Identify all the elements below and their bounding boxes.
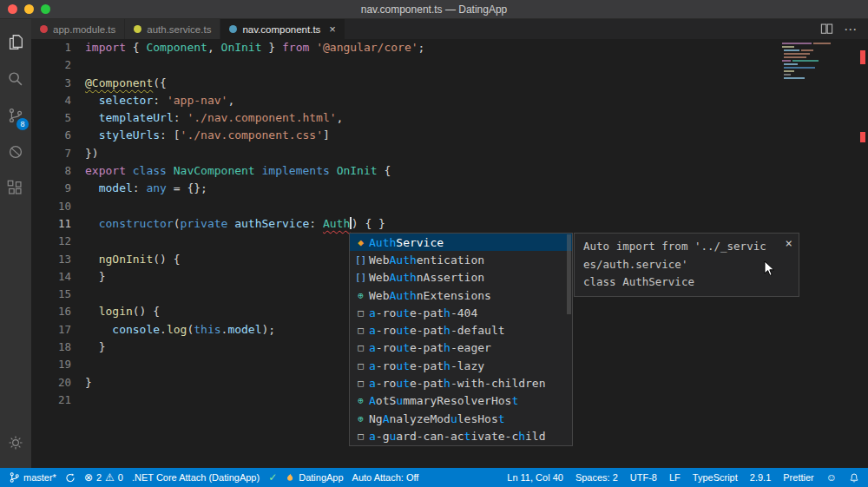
code-text: ngOnInit() {	[85, 251, 181, 268]
tab-app.module.ts[interactable]: app.module.ts	[31, 19, 125, 39]
formatter-label: Prettier	[783, 472, 813, 483]
symbol-interface-icon: ⊕	[352, 395, 369, 406]
cursor-position[interactable]: Ln 11, Col 40	[507, 472, 563, 483]
auto-attach-toggle[interactable]: Auto Attach: Off	[352, 472, 419, 483]
task-label: DatingApp	[299, 472, 343, 483]
code-line[interactable]: 2	[31, 56, 868, 74]
line-number: 19	[31, 356, 71, 373]
problems-indicator[interactable]: ⊗ 2 ⚠ 0	[84, 472, 123, 483]
line-number: 11	[31, 215, 71, 233]
debug-target[interactable]: .NET Core Attach (DatingApp)	[132, 472, 260, 483]
git-branch-icon	[9, 471, 20, 484]
language-label: TypeScript	[693, 472, 738, 483]
suggest-item[interactable]: □a-guard-can-activate-child	[350, 427, 572, 444]
error-icon: ⊗	[84, 472, 93, 483]
minimize-window-button[interactable]	[24, 4, 34, 14]
code-line[interactable]: 7})	[31, 145, 868, 162]
code-line[interactable]: 4 selector: 'app-nav',	[31, 92, 868, 109]
notifications-bell-icon[interactable]	[849, 472, 859, 484]
code-line[interactable]: 6 styleUrls: ['./nav.component.css']	[31, 127, 868, 144]
tab-nav.component.ts[interactable]: nav.component.ts×	[220, 19, 345, 39]
suggest-item[interactable]: ⊕NgAnalyzeModulesHost	[350, 410, 572, 427]
file-type-icon	[134, 25, 141, 33]
file-type-icon	[229, 25, 237, 33]
task-indicator[interactable]: DatingApp	[286, 472, 343, 484]
symbol-brackets-icon: []	[352, 254, 369, 266]
suggest-item[interactable]: □a-route-path-default	[350, 321, 572, 339]
indentation-indicator[interactable]: Spaces: 2	[575, 472, 618, 483]
zoom-window-button[interactable]	[41, 4, 50, 14]
close-icon[interactable]: ×	[329, 23, 336, 35]
suggest-item[interactable]: []WebAuthentication	[350, 251, 572, 268]
suggest-label: NgAnalyzeModulesHost	[369, 412, 505, 425]
code-line[interactable]: 9 model: any = {};	[31, 180, 868, 197]
minimap[interactable]	[782, 42, 846, 82]
explorer-icon[interactable]	[0, 24, 31, 61]
suggest-label: WebAuthnExtensions	[369, 289, 491, 302]
code-line[interactable]: 8export class NavComponent implements On…	[31, 162, 868, 180]
search-icon[interactable]	[0, 61, 31, 97]
suggest-item[interactable]: □a-route-path-404	[350, 304, 572, 321]
suggest-label: a-guard-can-activate-child	[369, 430, 546, 443]
doc-text: es/auth.service'	[583, 256, 790, 274]
eol-indicator[interactable]: LF	[669, 472, 681, 483]
code-text: }	[85, 374, 92, 392]
encoding-indicator[interactable]: UTF-8	[630, 472, 657, 483]
scm-badge: 8	[16, 118, 29, 130]
code-line[interactable]: 10	[31, 198, 868, 215]
settings-gear-icon[interactable]	[0, 424, 31, 461]
debug-icon[interactable]	[0, 134, 31, 170]
extensions-icon[interactable]	[0, 170, 31, 207]
line-number: 5	[31, 109, 71, 127]
branch-indicator[interactable]: master*	[9, 471, 56, 484]
line-number: 21	[31, 392, 71, 409]
doc-text: Auto import from '../_servic	[583, 238, 790, 256]
code-text: styleUrls: ['./nav.component.css']	[85, 127, 330, 144]
sync-button[interactable]	[65, 472, 76, 484]
close-window-button[interactable]	[8, 4, 17, 14]
suggest-item[interactable]: ⊕WebAuthnExtensions	[350, 286, 572, 304]
line-number: 17	[31, 321, 71, 339]
formatter-indicator[interactable]: Prettier	[783, 472, 813, 483]
source-control-icon[interactable]: 8	[0, 97, 31, 134]
symbol-snippet-icon: □	[352, 342, 369, 353]
line-number: 4	[31, 92, 71, 109]
suggest-item[interactable]: ⊕AotSummaryResolverHost	[350, 392, 572, 410]
code-line[interactable]: 3@Component({	[31, 75, 868, 92]
split-editor-icon[interactable]	[820, 23, 833, 36]
code-line[interactable]: 11 constructor(private authService: Auth…	[31, 215, 868, 233]
tab-auth.service.ts[interactable]: auth.service.ts	[125, 19, 220, 39]
debug-target-label: .NET Core Attach (DatingApp)	[132, 472, 260, 483]
code-text: @Component({	[85, 75, 167, 92]
close-icon[interactable]: ×	[786, 234, 792, 253]
ts-version[interactable]: 2.9.1	[750, 472, 771, 483]
code-text: login() {	[85, 303, 160, 320]
code-text: templateUrl: './nav.component.html',	[85, 109, 343, 127]
flame-icon	[286, 472, 295, 484]
suggest-item[interactable]: ◆AuthService	[350, 234, 572, 251]
suggest-item[interactable]: []WebAuthnAssertion	[350, 269, 572, 286]
line-number: 8	[31, 162, 71, 180]
suggest-label: a-route-path-lazy	[369, 359, 484, 372]
scrollbar[interactable]	[567, 234, 571, 314]
more-actions-icon[interactable]: ⋯	[844, 22, 858, 37]
line-number: 2	[31, 56, 71, 74]
feedback-smiley-icon[interactable]: ☺	[826, 472, 837, 483]
code-text: }	[85, 268, 105, 286]
symbol-snippet-icon: □	[352, 360, 369, 372]
code-line[interactable]: 5 templateUrl: './nav.component.html',	[31, 109, 868, 127]
symbol-snippet-icon: □	[352, 307, 369, 319]
tab-label: auth.service.ts	[147, 24, 211, 35]
line-number: 6	[31, 127, 71, 144]
code-line[interactable]: 1import { Component, OnInit } from '@ang…	[31, 39, 868, 56]
suggest-item[interactable]: □a-route-path-with-children	[350, 374, 572, 392]
suggest-item[interactable]: □a-route-path-eager	[350, 339, 572, 357]
suggest-list: ◆AuthService[]WebAuthentication[]WebAuth…	[350, 234, 572, 445]
symbol-interface-icon: ⊕	[352, 290, 369, 301]
symbol-class-icon: ◆	[352, 237, 369, 248]
suggest-item[interactable]: □a-route-path-lazy	[350, 357, 572, 374]
check-icon: ✓	[268, 471, 277, 484]
language-mode[interactable]: TypeScript	[693, 472, 738, 483]
editor[interactable]: 1import { Component, OnInit } from '@ang…	[31, 39, 868, 468]
file-type-icon	[40, 25, 48, 33]
